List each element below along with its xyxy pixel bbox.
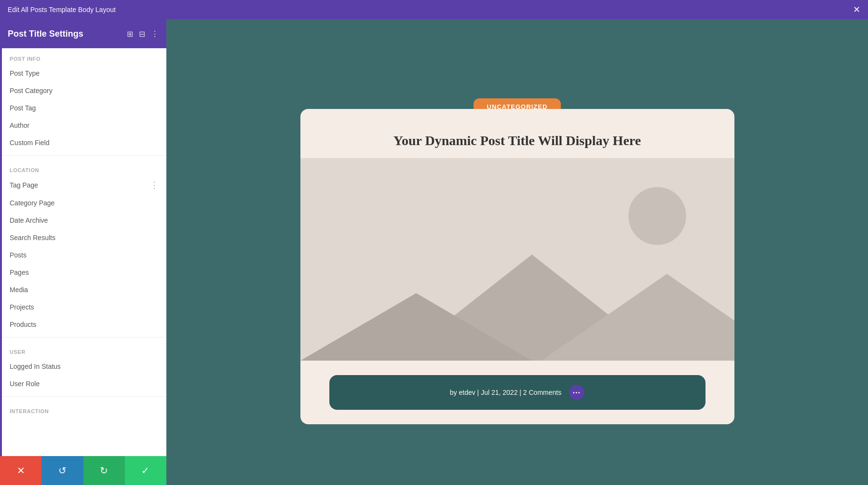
menu-item-search-results[interactable]: Search Results <box>2 229 166 246</box>
menu-item-logged-in-status[interactable]: Logged In Status <box>2 358 166 375</box>
panel-title: Post Title Settings <box>8 29 83 39</box>
divider-1 <box>2 155 166 156</box>
bottom-toolbar: ✕ ↺ ↻ ✓ <box>0 456 166 485</box>
svg-point-1 <box>628 187 686 245</box>
post-meta-bar: by etdev | Jul 21, 2022 | 2 Comments ••• <box>329 375 705 410</box>
location-section-label: Location <box>2 160 166 176</box>
post-card: Your Dynamic Post Title Will Display Her… <box>300 109 734 424</box>
collapse-icon[interactable]: ⊟ <box>139 29 145 39</box>
title-bar: Edit All Posts Template Body Layout ✕ <box>0 0 868 19</box>
panel-header-icons: ⊞ ⊟ ⋮ <box>127 29 159 39</box>
undo-button[interactable]: ↺ <box>41 456 83 485</box>
meta-dots-button[interactable]: ••• <box>569 385 584 400</box>
menu-item-category-page[interactable]: Category Page <box>2 194 166 212</box>
post-title: Your Dynamic Post Title Will Display Her… <box>300 109 734 158</box>
main-canvas: UNCATEGORIZED Your Dynamic Post Title Wi… <box>166 19 868 485</box>
menu-item-posts[interactable]: Posts <box>2 246 166 264</box>
menu-item-custom-field[interactable]: Custom Field <box>2 134 166 151</box>
close-window-button[interactable]: ✕ <box>853 5 860 14</box>
menu-item-post-type[interactable]: Post Type <box>2 65 166 82</box>
dots-icon: ⋮ <box>150 181 159 189</box>
divider-2 <box>2 337 166 337</box>
expand-icon[interactable]: ⊞ <box>127 29 133 39</box>
post-image-placeholder <box>300 158 734 361</box>
close-button[interactable]: ✕ <box>0 456 41 485</box>
post-info-section-label: Post Info <box>2 48 166 65</box>
menu-item-tag-page[interactable]: Tag Page ⋮ <box>2 176 166 194</box>
menu-item-projects[interactable]: Projects <box>2 298 166 316</box>
left-panel: Post Title Settings ⊞ ⊟ ⋮ Post Info Post… <box>0 19 166 485</box>
dots-label: ••• <box>573 390 581 395</box>
save-button[interactable]: ✓ <box>125 456 166 485</box>
menu-item-post-tag[interactable]: Post Tag <box>2 99 166 117</box>
menu-item-pages[interactable]: Pages <box>2 264 166 281</box>
user-section-label: User <box>2 341 166 358</box>
interaction-section-label: Interaction <box>2 401 166 417</box>
panel-scroll-area: Post Info Post Type Post Category Post T… <box>0 48 166 464</box>
menu-item-products[interactable]: Products <box>2 316 166 333</box>
menu-item-date-archive[interactable]: Date Archive <box>2 212 166 229</box>
menu-item-author[interactable]: Author <box>2 117 166 134</box>
redo-button[interactable]: ↻ <box>83 456 125 485</box>
panel-header: Post Title Settings ⊞ ⊟ ⋮ <box>0 19 166 48</box>
menu-item-post-category[interactable]: Post Category <box>2 82 166 99</box>
title-bar-label: Edit All Posts Template Body Layout <box>8 6 116 13</box>
menu-item-media[interactable]: Media <box>2 281 166 298</box>
post-meta-text: by etdev | Jul 21, 2022 | 2 Comments <box>450 389 561 396</box>
more-options-icon[interactable]: ⋮ <box>151 29 159 39</box>
menu-item-user-role[interactable]: User Role <box>2 375 166 392</box>
divider-3 <box>2 396 166 397</box>
